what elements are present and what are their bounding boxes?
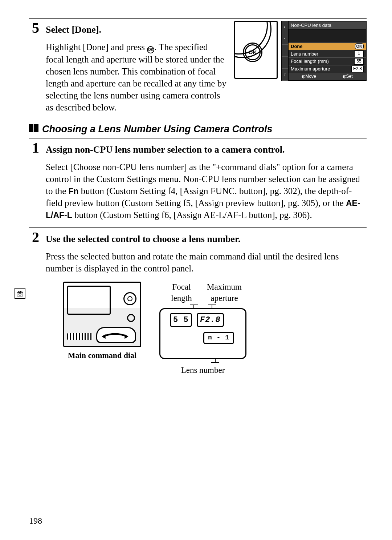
step2-title: Use the selected control to choose a len… <box>46 233 367 245</box>
main-command-dial-label: Main command dial <box>63 350 141 360</box>
lcd-foot-move: ◐Move <box>302 74 316 80</box>
step5-text-b: . The specified focal length and apertur… <box>46 42 226 112</box>
lcd-row-aperture: Maximum aperture F2.8 <box>289 65 366 73</box>
lens-number-label: Lens number <box>156 365 250 376</box>
lcd-ok-badge: OK <box>355 43 364 49</box>
svg-marker-1 <box>124 334 128 339</box>
step-2: 2 Use the selected control to choose a l… <box>29 230 367 376</box>
step-number: 1 <box>29 141 39 221</box>
camera-section-icon <box>15 288 25 299</box>
control-panel-illustration: Focallength Maximumaperture 5 5 F2.8 n -… <box>156 282 250 376</box>
camera-dial-illustration: Main command dial <box>63 282 141 360</box>
lcd-blank <box>289 29 366 43</box>
focal-length-label: Focallength <box>163 282 200 304</box>
step5-text-a: Highlight [Done] and press <box>46 42 147 52</box>
ok-button-illustration: OK <box>234 21 278 79</box>
svg-point-3 <box>19 293 21 295</box>
lcd-footer: ◐Move ◐Set <box>289 73 366 80</box>
step-number: 5 <box>29 21 39 113</box>
lcd-menu-illustration: ▸ • ? Non-CPU lens data Done OK <box>281 21 367 81</box>
step1-text: Select [Choose non-CPU lens number] as t… <box>46 161 367 221</box>
lcd-side-icons: ▸ • ? <box>282 21 288 81</box>
lcd-row-focal: Focal length (mm) 55 <box>289 57 366 65</box>
subheading-choosing-lens: Choosing a Lens Number Using Camera Cont… <box>29 123 367 136</box>
rule-top <box>29 18 367 19</box>
lcd-row-done: Done OK <box>289 43 366 50</box>
fn-label: Fn <box>69 186 79 196</box>
lcd-foot-set: ◐Set <box>343 74 353 80</box>
bottom-illustrations: Main command dial Focallength Maximumape… <box>63 282 367 376</box>
rotate-arrow-icon <box>101 331 130 339</box>
svg-point-5 <box>21 291 22 292</box>
step-1: 1 Assign non-CPU lens number selection t… <box>29 141 367 221</box>
ok-button-graphic: OK <box>245 44 261 60</box>
step-number: 2 <box>29 230 39 376</box>
svg-marker-0 <box>102 334 105 339</box>
panel-aperture-value: F2.8 <box>197 313 224 327</box>
lcd-title: Non-CPU lens data <box>289 21 366 29</box>
lcd-row-lens-number: Lens number 1 <box>289 50 366 57</box>
step1-title: Assign non-CPU lens number selection to … <box>46 144 367 156</box>
panel-lens-number-value: n - 1 <box>203 332 234 344</box>
rule-sub <box>29 138 367 138</box>
step5-illustration: OK ▸ • ? Non-CPU lens data Done <box>234 21 367 81</box>
page-number: 198 <box>29 515 42 527</box>
step2-text: Press the selected button and rotate the… <box>46 250 367 274</box>
panel-focal-value: 5 5 <box>170 313 192 327</box>
svg-rect-4 <box>19 291 20 293</box>
max-aperture-label: Maximumaperture <box>206 282 242 304</box>
rule-mid <box>29 227 367 228</box>
step5-text: Highlight [Done] and press OK. The speci… <box>46 41 227 113</box>
ok-icon: OK <box>147 46 154 53</box>
step5-title: Select [Done]. <box>46 24 227 36</box>
step-5: 5 Select [Done]. Highlight [Done] and pr… <box>29 21 367 113</box>
